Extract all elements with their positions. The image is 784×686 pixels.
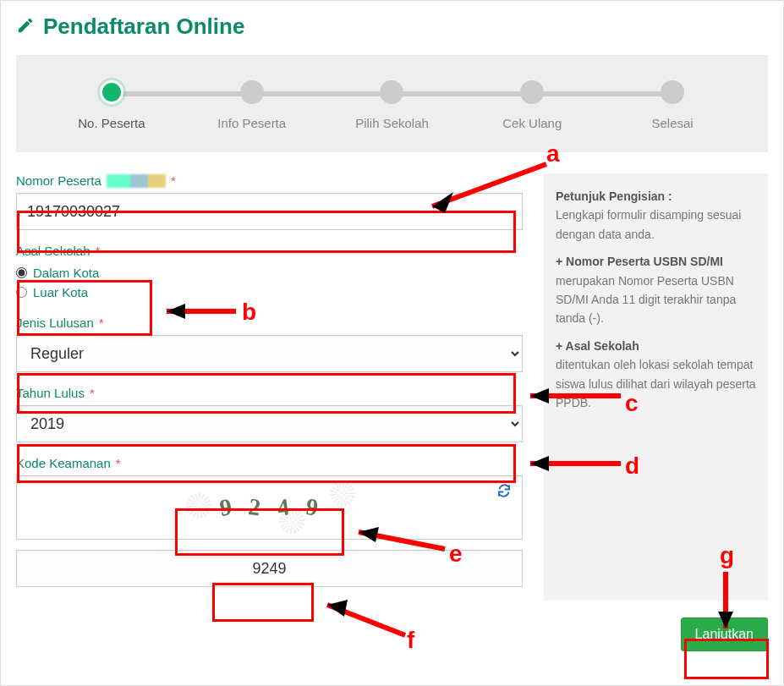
asal-option-label: Luar Kota (33, 285, 88, 299)
step-label: Selesai (651, 116, 693, 130)
captcha-digit: 9 (304, 493, 321, 522)
step-label: No. Peserta (78, 116, 145, 130)
jenis-lulusan-label: Jenis Lulusan * (16, 316, 523, 330)
step-label: Pilih Sekolah (355, 116, 429, 130)
nomor-peserta-input[interactable] (16, 193, 523, 230)
jenis-lulusan-select[interactable]: Reguler (16, 335, 523, 372)
asal-radio-luar[interactable] (16, 287, 27, 298)
kode-keamanan-label: Kode Keamanan * (16, 456, 523, 470)
step-1[interactable]: Info Peserta (182, 80, 322, 130)
page-title: Pendaftaran Online (16, 14, 768, 40)
page-title-text: Pendaftaran Online (43, 14, 244, 40)
step-2[interactable]: Pilih Sekolah (322, 80, 463, 130)
asal-radio-dalam[interactable] (16, 267, 27, 278)
nomor-peserta-label: Nomor Peserta * (16, 173, 523, 188)
step-dot (520, 80, 544, 104)
tahun-lulus-select[interactable]: 2019 (16, 405, 523, 442)
captcha-digit: 4 (275, 493, 292, 522)
asal-option-label: Dalam Kota (33, 266, 99, 280)
step-label: Cek Ulang (502, 116, 562, 130)
step-3[interactable]: Cek Ulang (462, 80, 602, 130)
tahun-lulus-label: Tahun Lulus * (16, 386, 523, 400)
refresh-icon[interactable] (496, 483, 512, 501)
step-0[interactable]: No. Peserta (41, 80, 182, 130)
redacted-fragment (107, 174, 166, 188)
step-dot (380, 80, 403, 104)
asal-option-dalam[interactable]: Dalam Kota (16, 263, 523, 283)
lanjutkan-button[interactable]: Lanjutkan (681, 617, 768, 651)
asal-option-luar[interactable]: Luar Kota (16, 283, 523, 302)
step-4[interactable]: Selesai (602, 80, 743, 130)
pencil-icon (16, 16, 35, 37)
captcha-digit: 2 (246, 493, 263, 522)
captcha-digit: 9 (217, 493, 234, 522)
kode-keamanan-input[interactable] (16, 550, 523, 587)
step-dot (661, 80, 684, 104)
step-dot (240, 80, 264, 104)
stepper: No. PesertaInfo PesertaPilih SekolahCek … (16, 55, 768, 152)
captcha-image: 9249 (16, 475, 523, 540)
asal-sekolah-label: Asal Sekolah * (16, 244, 523, 258)
help-panel: Petunjuk Pengisian : Lengkapi formulir d… (544, 173, 768, 601)
step-label: Info Peserta (217, 116, 286, 130)
step-dot (100, 80, 123, 104)
